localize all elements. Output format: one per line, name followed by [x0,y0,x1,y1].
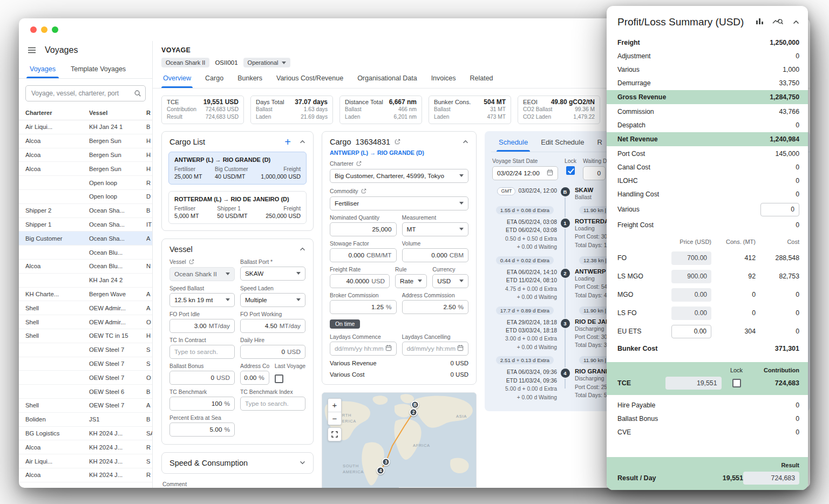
zoom-in-button[interactable]: + [328,399,341,412]
open-charterer-icon[interactable] [356,161,362,167]
voyage-tab-overview[interactable]: Overview [156,69,198,88]
voyage-row[interactable]: AlcoaKH 2024 J...R [19,468,152,482]
voyage-row[interactable]: BG LogisticsKH 2024 J...SA [19,427,152,441]
nominated-quantity-input[interactable]: 25,000 [330,222,397,236]
minimize-window-button[interactable] [41,26,47,33]
freight-rate-input[interactable]: 40.0000USD [330,274,390,288]
open-vessel-icon[interactable] [189,259,194,265]
status-dropdown[interactable]: Operational [243,58,291,67]
menu-icon[interactable] [28,46,36,54]
collapse-panel-icon[interactable] [792,20,799,24]
open-commodity-icon[interactable] [361,188,366,195]
voyage-row[interactable]: AlcoaBergen SunH [19,162,152,176]
voyage-row[interactable]: AlcoaBergen SunH [19,134,152,148]
measurement-select[interactable]: MT [402,222,469,236]
waiting-days-input[interactable]: 0 [583,166,606,180]
tc-benchmark-index-input[interactable]: Type to search. [240,397,305,411]
voyage-row[interactable]: ShellOEW Steel 7A [19,399,152,413]
vessel-badge[interactable]: Ocean Shark II [161,58,209,67]
trend-search-icon[interactable] [772,16,784,28]
voyage-row[interactable]: Shipper 1Ocean Sha...IT [19,218,152,232]
voyage-row[interactable]: ShellOEW Admir...O [19,315,152,329]
voyage-row[interactable]: AlcoaKH 2024 J...R [19,440,152,454]
search-input[interactable] [25,85,146,101]
fo-port-working-input[interactable]: 4.50MT/day [240,319,305,333]
ballast-port-select[interactable]: SKAW [240,267,305,281]
speed-laden-select[interactable]: Multiple [240,293,305,307]
price-input-ls-mgo[interactable]: 900.00 [671,270,711,283]
voyage-row[interactable]: Open loopR [19,176,152,190]
voyage-row[interactable]: Air Liqui...KH Jan 24 1B [19,120,152,134]
price-input-fo[interactable]: 700.00 [671,251,711,265]
discharge-port-link[interactable]: RIO GRANDE (D) [377,149,424,156]
voyage-tab-invoices[interactable]: Invoices [424,69,463,88]
tc-in-contract-input[interactable]: Type to search. [169,345,235,359]
last-voyage-checkbox[interactable] [275,374,283,383]
maximize-window-button[interactable] [52,26,58,33]
percent-extra-at-sea-input[interactable]: 5.00% [169,423,235,437]
close-window-button[interactable] [30,26,37,33]
voyage-tab-cargo[interactable]: Cargo [198,69,230,88]
voyage-row[interactable]: ShellOEW Admir...A [19,301,152,315]
voyage-tab-organisational-data[interactable]: Organisational Data [350,69,424,88]
voyage-row[interactable]: AlcoaBergen SunH [19,148,152,162]
voyage-row[interactable]: AlcoaOcean Blu...N [19,260,152,274]
voyage-tab-various-cost-revenue[interactable]: Various Cost/Revenue [269,69,350,88]
broker-commission-input[interactable]: 1.25% [330,300,397,314]
fullscreen-button[interactable] [328,427,342,441]
schedule-tab-r[interactable]: R [590,133,608,152]
ballast-bonus-input[interactable]: 0USD [169,371,235,385]
bar-chart-icon[interactable] [755,17,764,28]
map-marker-3[interactable]: 3 [382,458,390,466]
stowage-factor-input[interactable]: 0.000CBM/MT [330,248,397,262]
commodity-select[interactable]: Fertiliser [330,196,468,210]
calendar-icon[interactable] [547,169,553,178]
voyage-tab-bunkers[interactable]: Bunkers [230,69,269,88]
add-cargo-button[interactable]: + [284,138,291,146]
load-port-link[interactable]: ANTWERP (L) [330,149,368,156]
voyage-row[interactable]: Ocean Blu... [19,246,152,260]
open-cargo-icon[interactable] [395,138,400,146]
rule-select[interactable]: Rate [395,274,427,288]
voyage-row[interactable]: Open loopD [19,190,152,204]
collapse-cargo-list-icon[interactable] [300,140,305,144]
voyage-row[interactable]: Shipper 2Ocean Sha...B [19,204,152,218]
voyage-row[interactable]: OEW Steel 6B [19,385,152,399]
voyage-row[interactable]: Air Liqui...KH 2024 J...S [19,454,152,468]
voyage-row[interactable]: OEW Steel 7S [19,343,152,357]
tce-lock-checkbox[interactable] [732,379,741,387]
collapse-vessel-icon[interactable] [300,247,305,251]
map-marker-4[interactable]: 4 [377,466,385,474]
voyage-row[interactable]: KH Jan 24 2 [19,274,152,288]
vessel-select[interactable]: Ocean Shark II [169,267,235,281]
laydays-commence-input[interactable]: dd/mm/yy hh:mm [330,342,397,356]
tce-value-input[interactable]: 19,551 [665,377,722,390]
expand-speed-consumption-icon[interactable] [300,461,305,465]
schedule-tab-schedule[interactable]: Schedule [492,133,534,152]
calendar-icon[interactable] [385,344,392,353]
price-input-ls-fo[interactable]: 0.00 [671,307,711,320]
sidebar-tab-template-voyages[interactable]: Template Voyages [63,60,133,78]
daily-hire-input[interactable]: 0USD [240,345,305,359]
cargo-item-rotterdam-l[interactable]: ROTTERDAM (L) → RIO DE JANEIRO (D)Fertil… [168,191,307,224]
voyage-tab-related[interactable]: Related [463,69,500,88]
collapse-cargo-detail-icon[interactable] [463,140,468,144]
price-input-mgo[interactable]: 0.00 [671,288,711,302]
voyage-row[interactable]: OEW Steel 7S [19,357,152,371]
zoom-out-button[interactable]: − [328,412,341,425]
address-commission-input[interactable]: 0.00% [240,371,269,385]
search-icon[interactable] [134,90,141,99]
charterer-select[interactable]: Big Customer, Charterer, 45999, Tokyo [330,169,468,183]
fo-port-idle-input[interactable]: 3.00MT/day [169,319,235,333]
voyage-row[interactable]: KH Charte...Bergen WaveA [19,288,152,302]
map-marker-2[interactable]: 2 [410,408,418,416]
laydays-cancelling-input[interactable]: dd/mm/yy hh:mm [402,342,469,356]
map-marker-b[interactable]: B [411,400,419,408]
schedule-tab-edit-schedule[interactable]: Edit Schedule [534,133,590,152]
voyage-row[interactable]: BolidenJS1B [19,413,152,427]
voyage-row[interactable]: OEW Steel 7O [19,371,152,385]
sidebar-tab-voyages[interactable]: Voyages [22,60,63,78]
cargo-item-antwerp-l[interactable]: ANTWERP (L) → RIO GRANDE (D)Fertiliser25… [168,152,307,185]
tc-benchmark-input[interactable]: 100% [169,397,235,411]
voyage-row[interactable]: ShellOEW TC in 15H [19,329,152,343]
